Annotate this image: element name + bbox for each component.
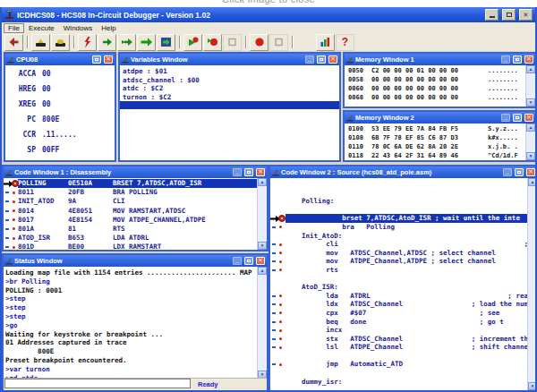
line-marker[interactable]: [270, 189, 286, 198]
scrollbar[interactable]: ▲ ▼: [527, 178, 535, 390]
close-icon[interactable]: ✕: [328, 55, 337, 64]
memory-row[interactable]: 005800 00 00 00 00 00 00 00........: [345, 76, 535, 85]
app-titlebar[interactable]: ICDHCS08 - HCS08 In-Circuit Debugger - V…: [2, 7, 535, 22]
memory-bytes[interactable]: 22 43 64 2F 31 64 89 46: [371, 152, 488, 160]
disassembly-row[interactable]: 801120FBBRA POLLING: [4, 188, 267, 197]
app-maximize-button[interactable]: [502, 9, 516, 21]
source-line[interactable]: AtoD_ISR:: [270, 283, 528, 292]
memory-bytes[interactable]: 6B 7F 78 EF 85 C6 87 D3: [371, 134, 488, 143]
memory-bytes[interactable]: 00 00 00 00 00 00 00 00: [371, 85, 488, 94]
maximize-button[interactable]: [513, 114, 522, 122]
help-icon[interactable]: ?: [336, 34, 354, 51]
memory-row[interactable]: 0050C2 00 00 00 01 00 00 00........: [345, 67, 535, 76]
scrollbar[interactable]: ▲ ▼: [257, 267, 267, 379]
memory-bytes[interactable]: 00 00 00 00 00 00 00 00: [371, 94, 488, 103]
line-marker[interactable]: [270, 240, 286, 249]
source-line[interactable]: bra Polling: [270, 223, 528, 232]
source-line[interactable]: jmp Automatic_ATD: [270, 360, 528, 369]
scrollbar[interactable]: ▲ ▼: [257, 178, 267, 250]
breakpoint-disabled-icon[interactable]: [223, 34, 242, 51]
source-line[interactable]: stx ATDSC_Channel ; increment th: [270, 335, 528, 344]
app-close-button[interactable]: ✕: [519, 9, 533, 21]
source-line[interactable]: [270, 369, 528, 378]
source-line[interactable]: [270, 180, 528, 189]
register-row[interactable]: CCR.11.....: [5, 131, 115, 146]
source-line[interactable]: dummy_isr:: [270, 378, 528, 387]
minimize-button[interactable]: [233, 168, 242, 176]
stop-icon[interactable]: [250, 34, 268, 51]
register-value[interactable]: 00: [42, 85, 51, 100]
line-marker[interactable]: [4, 207, 18, 216]
disassembly-row[interactable]: 801A81RTS: [4, 225, 267, 234]
disassembly-row[interactable]: 801DBE00LDX RAMSTART: [4, 243, 267, 250]
current-line-marker[interactable]: [270, 214, 286, 223]
line-marker[interactable]: [4, 197, 18, 206]
memory-window-1-titlebar[interactable]: Memory Window 1 ✕: [345, 54, 535, 65]
source-line[interactable]: mov ATDSC_Channel,ATDSC ; select channel: [270, 249, 528, 258]
line-marker[interactable]: [4, 188, 18, 197]
memory-bytes[interactable]: C2 00 00 00 01 00 00 00: [371, 67, 488, 76]
line-marker[interactable]: [270, 197, 286, 206]
menu-execute[interactable]: Execute: [24, 24, 59, 32]
scroll-up-icon[interactable]: ▲: [258, 178, 267, 186]
register-row[interactable]: XREG00: [5, 100, 115, 115]
minimize-button[interactable]: [501, 55, 510, 64]
breakpoint-icon[interactable]: [278, 215, 286, 222]
reset-icon[interactable]: [78, 34, 97, 51]
status-window-titlebar[interactable]: Status Window ✕: [4, 255, 267, 267]
maximize-button[interactable]: [317, 55, 326, 64]
go-exit-icon[interactable]: [157, 34, 175, 51]
code-window-1-titlebar[interactable]: Code Window 1 : Disassembly ✕: [4, 166, 267, 178]
disassembly-row[interactable]: 80174E8154MOV ATDPE_CHANNEL,ATDPE: [4, 216, 267, 225]
memory-row[interactable]: 006800 00 00 00 00 00 00 00........: [345, 94, 535, 103]
breakpoint-icon[interactable]: [12, 180, 19, 187]
run-to-breakpoint-icon[interactable]: [183, 34, 202, 51]
register-row[interactable]: HREG00: [5, 85, 115, 100]
line-marker[interactable]: [270, 249, 286, 258]
line-marker[interactable]: [270, 326, 286, 335]
maximize-button[interactable]: [244, 168, 253, 176]
source-line[interactable]: lsl ATDPE_Channel ; shift channe: [270, 343, 528, 352]
source-line[interactable]: mov ATDPE_Channel,ATDPE ; select channel: [270, 257, 528, 266]
maximize-button[interactable]: [513, 55, 522, 64]
variable-row[interactable]: turnon : $C2: [120, 93, 339, 102]
step-icon[interactable]: [98, 34, 116, 51]
source-line[interactable]: incx: [270, 326, 528, 335]
line-marker[interactable]: [270, 292, 286, 301]
line-marker[interactable]: [270, 335, 286, 344]
source-line[interactable]: ldx ATDSC_Channel ; load the num: [270, 300, 528, 309]
register-value[interactable]: 800E: [42, 115, 59, 131]
disassembly-row[interactable]: ATOD_ISRB653LDA ATDRL: [4, 234, 267, 243]
scroll-down-icon[interactable]: ▼: [258, 242, 267, 250]
close-icon[interactable]: ✕: [526, 168, 535, 176]
go-icon[interactable]: [137, 34, 156, 51]
source-line[interactable]: cpx #$07 ; see: [270, 309, 528, 318]
register-row[interactable]: SP00FF: [5, 146, 115, 160]
scroll-down-icon[interactable]: ▼: [528, 382, 535, 390]
line-marker[interactable]: [270, 343, 286, 352]
line-marker[interactable]: [270, 232, 286, 241]
current-line-marker[interactable]: [4, 179, 18, 188]
line-marker[interactable]: [270, 275, 286, 284]
disassembly-row[interactable]: 80144E8051MOV RAMSTART,ATDSC: [4, 207, 267, 216]
stop-disabled-icon[interactable]: [269, 34, 288, 51]
register-value[interactable]: 00: [42, 70, 51, 85]
back-arrow-icon[interactable]: [4, 34, 23, 51]
close-icon[interactable]: ✕: [524, 114, 533, 122]
selected-row[interactable]: [120, 101, 339, 109]
memory-bytes[interactable]: 53 EE 79 EE 7A 84 FB F5: [371, 125, 488, 134]
line-marker[interactable]: [270, 223, 286, 232]
close-icon[interactable]: ✕: [104, 55, 113, 64]
memory-window-2-titlebar[interactable]: Memory Window 2 ✕: [345, 112, 535, 124]
line-marker[interactable]: [270, 369, 286, 378]
variable-row[interactable]: atdsc_channel : $00: [120, 76, 339, 85]
source-line[interactable]: [270, 352, 528, 361]
maximize-button[interactable]: [515, 168, 524, 176]
source-line[interactable]: cli ;: [270, 240, 528, 249]
set-breakpoint-icon[interactable]: [203, 34, 222, 51]
memory-row[interactable]: 011078 0C 6A DE 62 8A 20 2Ex.j.b. .: [345, 143, 535, 152]
line-marker[interactable]: [270, 318, 286, 327]
source-line[interactable]: [270, 206, 528, 215]
variable-row[interactable]: atdc : $C2: [120, 84, 339, 93]
line-marker[interactable]: [4, 216, 18, 225]
